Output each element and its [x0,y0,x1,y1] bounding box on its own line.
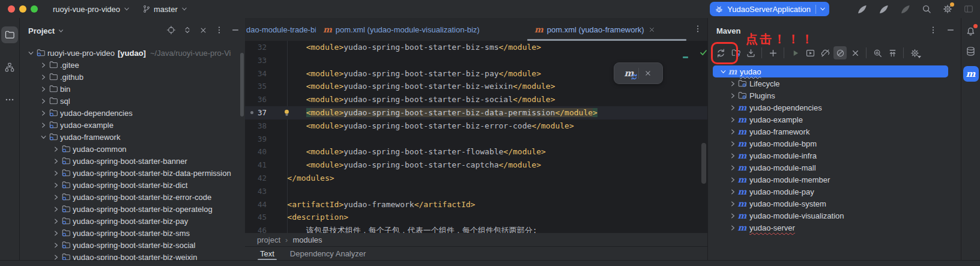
maven-settings-button[interactable] [908,46,921,59]
maven-tree-item[interactable]: myudao-server [708,222,961,234]
maven-reload-popup[interactable]: m [614,62,663,84]
ignore-projects-button[interactable] [848,46,862,59]
editor-scrollbar[interactable] [701,143,706,184]
maven-tree-item[interactable]: myudao-module-visualization [708,210,961,222]
tree-item[interactable]: yudao-spring-boot-starter-biz-pay [20,215,245,227]
tree-item[interactable]: sql [20,95,245,107]
run-configuration-button[interactable]: YudaoServerApplication [710,2,829,16]
maven-tree-item[interactable]: myudao-dependencies [708,101,961,113]
layout-icon[interactable] [963,4,974,14]
code-line[interactable]: 36<module>yudao-spring-boot-starter-biz-… [245,93,707,106]
options-menu-button[interactable] [928,25,938,35]
tree-item[interactable]: yudao-spring-boot-starter-banner [20,155,245,167]
execute-goal-button[interactable] [803,46,817,59]
close-button[interactable] [199,26,208,35]
tab-text[interactable]: Text [260,247,274,261]
minimize-window-button[interactable] [19,5,26,13]
search-everywhere-button[interactable] [921,4,932,14]
collapse-all-button[interactable] [886,46,899,59]
project-switcher[interactable]: ruoyi-vue-pro-video [53,5,131,14]
code-line[interactable]: 42</modules> [245,172,707,185]
breadcrumb-modules[interactable]: modules [292,235,322,244]
maven-tree-item[interactable]: myudao-framework [708,125,961,138]
code-line[interactable]: 41<module>yudao-spring-boot-starter-capt… [245,159,707,172]
hide-panel-button[interactable] [946,25,955,35]
tab-dependency-analyzer[interactable]: Dependency Analyzer [290,247,366,261]
profiler-button[interactable] [900,4,911,15]
project-root-item[interactable]: ruoyi-vue-pro-video[yudao]~/Java/ruoyi-v… [20,47,245,59]
run-build-button[interactable] [788,46,802,59]
code-line[interactable]: 40<module>yudao-spring-boot-starter-flow… [245,145,707,159]
tree-item[interactable]: yudao-spring-boot-starter-biz-sms [20,227,245,239]
add-maven-project-button[interactable] [766,46,779,59]
code-line[interactable]: 45<description> [245,211,707,224]
maven-tree-item[interactable]: Plugins [708,89,961,101]
maven-tree-item[interactable]: myudao-module-infra [708,150,961,162]
tree-item[interactable]: yudao-dependencies [20,107,245,119]
more-tools-button[interactable] [1,91,18,108]
lightbulb-icon[interactable] [282,108,291,117]
maven-tree-item[interactable]: myudao-module-mall [708,162,961,174]
notifications-button[interactable] [965,25,976,37]
close-tab-icon[interactable] [648,26,656,34]
project-tool-button[interactable] [1,26,18,43]
tree-item[interactable]: .github [20,71,245,83]
editor-tab[interactable]: mpom.xml (yudao-module-visualization-biz… [316,18,496,41]
locate-file-button[interactable] [166,25,176,35]
inspections-ok-icon[interactable] [699,48,707,57]
hide-panel-button[interactable] [231,25,240,35]
code-line[interactable]: 38<module>yudao-spring-boot-starter-biz-… [245,119,707,133]
tree-item[interactable]: yudao-spring-boot-starter-biz-error-code [20,191,245,203]
maven-tree-item[interactable]: myudao-module-system [708,198,961,210]
code-line[interactable]: 43 [245,185,707,198]
tree-item[interactable]: yudao-spring-boot-starter-biz-data-permi… [20,167,245,179]
expand-collapse-button[interactable] [183,25,192,35]
reload-projects-button[interactable] [714,46,727,59]
maven-tool-button[interactable]: m [963,66,979,82]
maven-module-icon: m [737,199,747,208]
zoom-window-button[interactable] [31,5,38,13]
debug-button[interactable] [878,4,889,15]
chevron-down-icon[interactable] [818,5,827,13]
maven-tree-item[interactable]: myudao [713,65,948,77]
options-menu-button[interactable] [214,25,224,35]
run-button[interactable] [856,4,868,15]
maven-tree-item[interactable]: Lifecycle [708,77,961,89]
breadcrumb-project[interactable]: project [257,235,280,244]
close-icon[interactable] [644,69,652,77]
offline-mode-button[interactable] [818,46,832,59]
code-line[interactable]: 32<module>yudao-spring-boot-starter-biz-… [245,41,707,54]
tree-item-label: yudao-spring-boot-starter-biz-dict [73,181,187,190]
tree-item[interactable]: yudao-spring-boot-starter-biz-social [20,239,245,251]
download-sources-button[interactable] [744,46,757,59]
close-window-button[interactable] [8,5,15,13]
maven-tree-item[interactable]: myudao-module-pay [708,186,961,198]
project-panel-title[interactable]: Project [28,26,65,35]
maven-item-label: yudao-module-pay [749,187,814,196]
tree-item[interactable]: yudao-spring-boot-starter-biz-dict [20,179,245,191]
code-line[interactable]: 44<artifactId>yudao-framework</artifactI… [245,198,707,211]
code-line[interactable]: 37<module>yudao-spring-boot-starter-biz-… [245,106,707,119]
maven-tree-item[interactable]: myudao-example [708,113,961,125]
maven-tree-item[interactable]: myudao-module-member [708,174,961,186]
database-tool-button[interactable] [965,46,976,57]
analyze-dependencies-button[interactable] [871,46,884,59]
tree-item[interactable]: yudao-common [20,143,245,155]
project-scrollbar[interactable] [240,53,244,116]
tree-item[interactable]: .gitee [20,59,245,71]
maven-tree-item[interactable]: myudao-module-bpm [708,138,961,150]
tree-item[interactable]: yudao-framework [20,131,245,143]
code-line[interactable]: 46该包是技术组件，每个子包，代表一个组件，每个组件包括两部分: [245,224,707,233]
branch-switcher[interactable]: master [142,4,189,14]
editor-tab[interactable]: mpom.xml (yudao-framework) [527,18,686,41]
structure-tool-button[interactable] [1,59,18,76]
skip-tests-button[interactable] [833,46,847,59]
generate-sources-button[interactable] [729,46,742,59]
tree-item[interactable]: bin [20,83,245,95]
settings-button[interactable] [942,4,953,14]
hidden-tabs-button[interactable] [693,24,703,34]
tree-item[interactable]: yudao-example [20,119,245,131]
code-line[interactable]: 39 [245,133,707,146]
tree-item[interactable]: yudao-spring-boot-starter-biz-operatelog [20,203,245,215]
editor-tab[interactable]: dao-module-trade-biz) [245,18,316,41]
